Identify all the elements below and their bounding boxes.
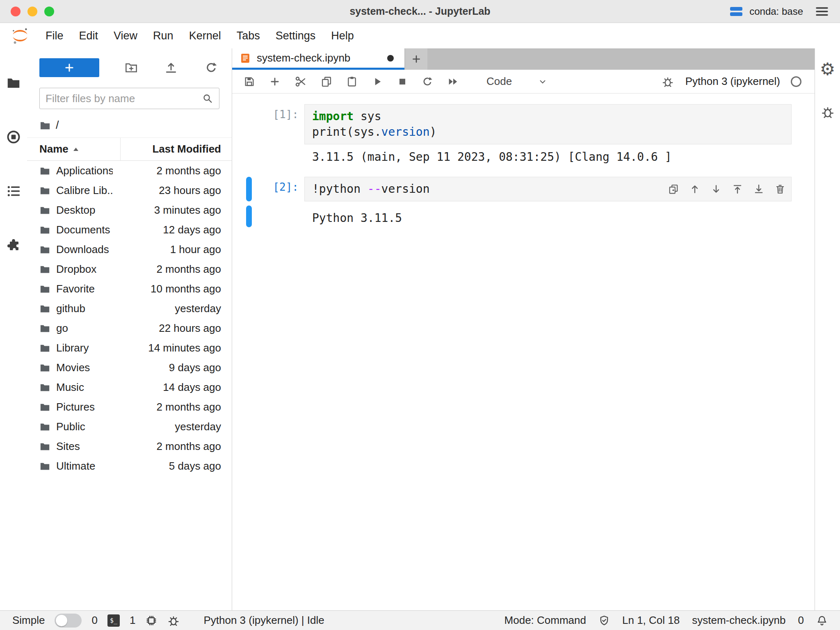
- file-row[interactable]: Applications 2 months ago: [27, 161, 232, 180]
- simple-mode-toggle[interactable]: [55, 614, 82, 628]
- duplicate-cell-button[interactable]: [668, 184, 679, 194]
- move-cell-down-button[interactable]: [711, 184, 721, 194]
- status-debugger-bug-icon[interactable]: [167, 614, 180, 627]
- code-cell-2[interactable]: [2]:: [232, 177, 815, 201]
- cut-cells-button[interactable]: [294, 75, 308, 89]
- kernel-status-label[interactable]: Python 3 (ipykernel) | Idle: [203, 614, 324, 627]
- insert-cell-button[interactable]: [268, 75, 281, 88]
- menu-tabs[interactable]: Tabs: [229, 30, 268, 42]
- menu-kernel[interactable]: Kernel: [181, 30, 229, 42]
- tab-system-check[interactable]: system-check.ipynb: [232, 48, 404, 70]
- file-row[interactable]: Pictures 2 months ago: [27, 397, 232, 417]
- file-row[interactable]: Downloads 1 hour ago: [27, 240, 232, 259]
- file-name: Documents: [56, 224, 113, 236]
- paste-cells-button[interactable]: [345, 75, 358, 88]
- terminal-icon[interactable]: $_: [107, 614, 120, 627]
- cell-toolbar: [668, 184, 785, 194]
- file-row[interactable]: github yesterday: [27, 299, 232, 318]
- menu-file[interactable]: File: [38, 30, 71, 42]
- cell-type-dropdown[interactable]: Code: [483, 73, 550, 89]
- new-launcher-button[interactable]: [39, 58, 99, 77]
- cursor-position-label[interactable]: Ln 1, Col 18: [622, 614, 680, 627]
- new-folder-button[interactable]: [123, 59, 139, 76]
- zoom-window-button[interactable]: [44, 7, 54, 16]
- file-name: Movies: [56, 361, 113, 374]
- sort-by-name-header[interactable]: Name: [27, 138, 120, 160]
- window-title: system-check... - JupyterLab: [349, 5, 490, 17]
- file-row[interactable]: Desktop 3 minutes ago: [27, 200, 232, 220]
- cell-1-output-text: 3.11.5 (main, Sep 11 2023, 08:31:25) [Cl…: [304, 144, 792, 166]
- save-button[interactable]: [243, 75, 256, 88]
- code-cell-1[interactable]: [1]: import sysprint(sys.version): [232, 104, 815, 144]
- file-row[interactable]: Sites 2 months ago: [27, 436, 232, 456]
- cell-1-editor[interactable]: import sysprint(sys.version): [304, 104, 792, 144]
- notifications-count: 0: [798, 614, 804, 627]
- folder-icon: [39, 402, 50, 413]
- extension-manager-tab-icon[interactable]: [6, 238, 21, 253]
- file-row[interactable]: Public yesterday: [27, 417, 232, 436]
- file-row[interactable]: Dropbox 2 months ago: [27, 259, 232, 279]
- enable-debugger-button[interactable]: [661, 75, 675, 89]
- output-prompt: [252, 205, 304, 227]
- folder-icon: [39, 185, 50, 196]
- menu-run[interactable]: Run: [145, 30, 181, 42]
- file-modified: 14 minutes ago: [119, 342, 221, 354]
- menu-help[interactable]: Help: [323, 30, 362, 42]
- status-bar: Simple 0 $_ 1 Python 3 (ipykernel) | Idl…: [0, 610, 840, 630]
- cell-collapser-active[interactable]: [246, 177, 252, 201]
- insert-cell-above-button[interactable]: [732, 184, 743, 194]
- kernel-name-label[interactable]: Python 3 (ipykernel): [685, 75, 780, 88]
- file-row[interactable]: Library 14 minutes ago: [27, 338, 232, 358]
- unsaved-changes-dot[interactable]: [387, 55, 394, 62]
- file-row[interactable]: go 22 hours ago: [27, 318, 232, 338]
- notifications-bell-icon[interactable]: [816, 615, 828, 626]
- run-cell-button[interactable]: [371, 75, 384, 88]
- new-tab-button[interactable]: [405, 48, 427, 70]
- kernel-chip-icon[interactable]: [145, 614, 158, 627]
- file-browser-tab-icon[interactable]: [6, 75, 21, 90]
- file-row[interactable]: Ultimate 5 days ago: [27, 456, 232, 476]
- home-folder-icon[interactable]: [39, 120, 51, 131]
- copy-cells-button[interactable]: [320, 75, 333, 88]
- file-name: Downloads: [56, 243, 113, 256]
- minimize-window-button[interactable]: [27, 7, 37, 16]
- insert-cell-below-button[interactable]: [753, 184, 764, 194]
- trust-shield-icon[interactable]: [598, 615, 610, 626]
- output-collapser-active[interactable]: [246, 205, 252, 227]
- debugger-panel-bug-icon[interactable]: [821, 105, 835, 119]
- file-row[interactable]: Movies 9 days ago: [27, 358, 232, 377]
- property-inspector-gear-icon[interactable]: ⚙: [820, 61, 835, 78]
- file-modified: 2 months ago: [119, 263, 221, 276]
- active-file-label: system-check.ipynb: [692, 614, 785, 627]
- output-collapser[interactable]: [246, 144, 252, 166]
- restart-run-all-button[interactable]: [446, 75, 460, 88]
- folder-icon: [39, 382, 50, 393]
- cell-2-editor[interactable]: !python --version: [304, 177, 792, 201]
- sort-ascending-caret-icon: [73, 147, 79, 152]
- file-row[interactable]: Favorite 10 months ago: [27, 279, 232, 299]
- upload-files-button[interactable]: [163, 59, 179, 76]
- kernel-status-indicator[interactable]: [791, 76, 801, 87]
- filter-files-input[interactable]: [46, 92, 202, 105]
- folder-icon: [39, 461, 50, 472]
- move-cell-up-button[interactable]: [689, 184, 700, 194]
- cell-collapser[interactable]: [246, 104, 252, 144]
- sort-by-modified-header[interactable]: Last Modified: [120, 138, 232, 160]
- table-of-contents-tab-icon[interactable]: [6, 184, 21, 199]
- close-window-button[interactable]: [11, 7, 21, 16]
- menu-view[interactable]: View: [106, 30, 145, 42]
- delete-cell-button[interactable]: [775, 184, 785, 194]
- refresh-file-list-button[interactable]: [203, 59, 219, 76]
- file-row[interactable]: Music 14 days ago: [27, 377, 232, 397]
- file-name: Dropbox: [56, 263, 113, 276]
- file-row[interactable]: Documents 12 days ago: [27, 220, 232, 240]
- file-row[interactable]: Calibre Lib... 23 hours ago: [27, 180, 232, 200]
- interrupt-kernel-button[interactable]: [396, 75, 409, 88]
- folder-icon: [39, 362, 50, 373]
- running-kernels-tab-icon[interactable]: [6, 130, 21, 144]
- hamburger-menu-icon[interactable]: [815, 6, 829, 17]
- restart-kernel-button[interactable]: [421, 75, 434, 88]
- menu-settings[interactable]: Settings: [268, 30, 324, 42]
- menu-edit[interactable]: Edit: [71, 30, 106, 42]
- breadcrumb-root[interactable]: /: [56, 119, 59, 132]
